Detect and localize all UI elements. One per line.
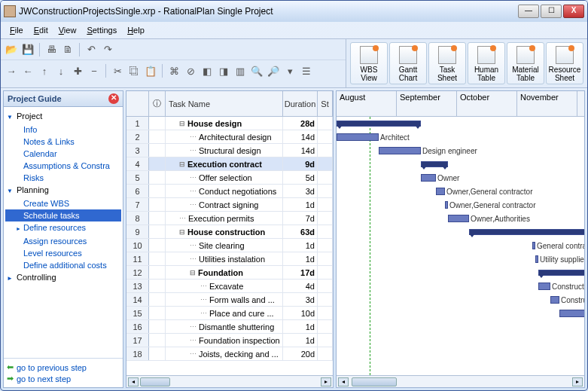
duration-cell[interactable]: 5d: [283, 171, 318, 184]
gantt-chart-button[interactable]: GanttChart: [389, 42, 427, 84]
zoom-out-icon[interactable]: 🔎: [266, 63, 281, 78]
row-number[interactable]: 13: [126, 280, 149, 292]
col-rownum[interactable]: [126, 91, 149, 116]
tree-define-costs[interactable]: Define additional costs: [5, 259, 121, 271]
row-number[interactable]: 4: [126, 157, 149, 170]
row-number[interactable]: 14: [126, 293, 149, 306]
arrow-left-icon[interactable]: ←: [20, 63, 35, 78]
human-table-button[interactable]: HumanTable: [468, 42, 505, 84]
gantt-summary-bar[interactable]: [469, 229, 584, 235]
open-icon[interactable]: 📂: [4, 42, 19, 57]
gantt-task-bar[interactable]: Owner,General contractor: [445, 201, 448, 209]
material-table-button[interactable]: MaterialTable: [507, 42, 544, 84]
col-st[interactable]: St: [318, 91, 333, 116]
duration-cell[interactable]: 1d: [283, 252, 318, 265]
table-row[interactable]: 1⊟House design28d: [126, 117, 333, 130]
tree-notes[interactable]: Notes & Links: [5, 136, 121, 148]
st-cell[interactable]: [318, 334, 333, 347]
tool4-icon[interactable]: ▾: [282, 63, 297, 78]
save-icon[interactable]: 💾: [20, 42, 35, 57]
table-row[interactable]: 2⋯Architectural design14d: [126, 130, 333, 144]
duration-cell[interactable]: 14d: [283, 130, 318, 143]
menu-help[interactable]: Help: [123, 24, 149, 36]
table-row[interactable]: 4⊟Execution contract9d: [126, 157, 333, 171]
row-number[interactable]: 2: [126, 130, 149, 143]
copy-icon[interactable]: ⿻: [126, 63, 142, 78]
row-info[interactable]: [149, 171, 166, 184]
duration-cell[interactable]: 4d: [283, 280, 318, 292]
print-icon[interactable]: 🖶: [44, 42, 59, 57]
gantt-summary-bar[interactable]: [538, 270, 584, 276]
row-info[interactable]: [149, 307, 166, 319]
table-row[interactable]: 16⋯Dismantle shuttering1d: [126, 320, 333, 334]
gantt-hscrollbar[interactable]: ◂ ▸: [337, 375, 584, 387]
tree-risks[interactable]: Risks: [5, 172, 121, 184]
duration-cell[interactable]: 10d: [283, 307, 318, 319]
print-preview-icon[interactable]: 🗎: [60, 42, 75, 57]
arrow-right-icon[interactable]: →: [4, 63, 19, 78]
duration-cell[interactable]: 1d: [283, 334, 318, 347]
st-cell[interactable]: [318, 266, 333, 279]
row-info[interactable]: [149, 225, 166, 238]
gantt-task-bar[interactable]: Design engineer: [379, 147, 421, 154]
row-info[interactable]: [149, 198, 166, 211]
table-row[interactable]: 9⊟House construction63d: [126, 225, 333, 239]
table-row[interactable]: 17⋯Foundation inspection1d: [126, 334, 333, 347]
task-name-cell[interactable]: ⋯Excavate: [166, 280, 283, 292]
row-number[interactable]: 5: [126, 171, 149, 184]
st-cell[interactable]: [318, 185, 333, 197]
close-button[interactable]: X: [563, 5, 584, 18]
row-number[interactable]: 18: [126, 347, 149, 360]
unlink-icon[interactable]: ⊘: [183, 63, 198, 78]
maximize-button[interactable]: ☐: [541, 5, 562, 18]
tree-assumptions[interactable]: Assumptions & Constra: [5, 160, 121, 172]
table-row[interactable]: 12⊟Foundation17d: [126, 266, 333, 280]
cut-icon[interactable]: ✂: [110, 63, 125, 78]
task-name-cell[interactable]: ⋯Dismantle shuttering: [166, 320, 283, 333]
gantt-task-bar[interactable]: Owner: [421, 174, 436, 182]
row-info[interactable]: [149, 117, 166, 130]
st-cell[interactable]: [318, 171, 333, 184]
row-number[interactable]: 8: [126, 212, 149, 225]
row-number[interactable]: 7: [126, 198, 149, 211]
task-name-cell[interactable]: ⋯Structural design: [166, 144, 283, 157]
task-name-cell[interactable]: ⊟House design: [166, 117, 283, 130]
duration-cell[interactable]: 3d: [283, 293, 318, 306]
close-guide-button[interactable]: ✕: [108, 93, 119, 104]
task-name-cell[interactable]: ⊟Execution contract: [166, 157, 283, 170]
st-cell[interactable]: [318, 280, 333, 292]
tree-define-resources[interactable]: Define resources: [5, 221, 121, 235]
row-info[interactable]: [149, 212, 166, 225]
table-row[interactable]: 6⋯Conduct negotiations3d: [126, 185, 333, 198]
gantt-summary-bar[interactable]: [421, 161, 448, 167]
task-name-cell[interactable]: ⋯Place and cure ...: [166, 307, 283, 319]
row-number[interactable]: 12: [126, 266, 149, 279]
duration-cell[interactable]: 3d: [283, 185, 318, 197]
tree-create-wbs[interactable]: Create WBS: [5, 197, 121, 209]
tool1-icon[interactable]: ◧: [200, 63, 215, 78]
table-row[interactable]: 7⋯Contract signing1d: [126, 198, 333, 212]
row-number[interactable]: 11: [126, 252, 149, 265]
tree-controlling[interactable]: Controlling: [5, 271, 121, 285]
st-cell[interactable]: [318, 198, 333, 211]
st-cell[interactable]: [318, 252, 333, 265]
row-number[interactable]: 17: [126, 334, 149, 347]
gantt-task-bar[interactable]: Architect: [337, 133, 379, 141]
table-row[interactable]: 15⋯Place and cure ...10d: [126, 307, 333, 320]
gantt-summary-bar[interactable]: [337, 121, 421, 127]
col-taskname[interactable]: Task Name: [166, 91, 283, 116]
row-info[interactable]: [149, 130, 166, 143]
st-cell[interactable]: [318, 212, 333, 225]
table-row[interactable]: 11⋯Utilities instalation1d: [126, 252, 333, 266]
duration-cell[interactable]: 14d: [283, 144, 318, 157]
row-info[interactable]: [149, 347, 166, 360]
duration-cell[interactable]: 7d: [283, 212, 318, 225]
paste-icon[interactable]: 📋: [143, 63, 158, 78]
task-name-cell[interactable]: ⋯Offer selection: [166, 171, 283, 184]
tool2-icon[interactable]: ◨: [216, 63, 231, 78]
row-number[interactable]: 3: [126, 144, 149, 157]
duration-cell[interactable]: 20d: [283, 347, 318, 360]
st-cell[interactable]: [318, 293, 333, 306]
gantt-task-bar[interactable]: Construction: [559, 310, 584, 317]
gantt-task-bar[interactable]: Constructions subcor: [538, 283, 550, 290]
